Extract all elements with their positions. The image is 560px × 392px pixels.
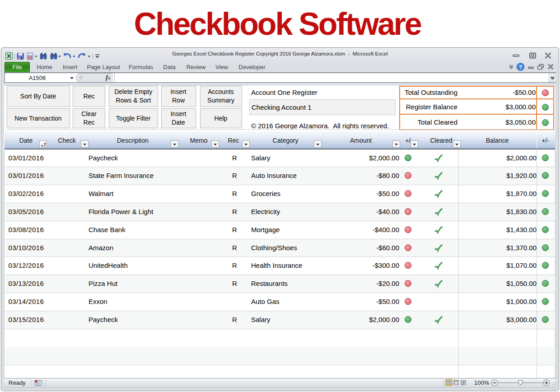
svg-text:?: ? [519, 64, 523, 70]
